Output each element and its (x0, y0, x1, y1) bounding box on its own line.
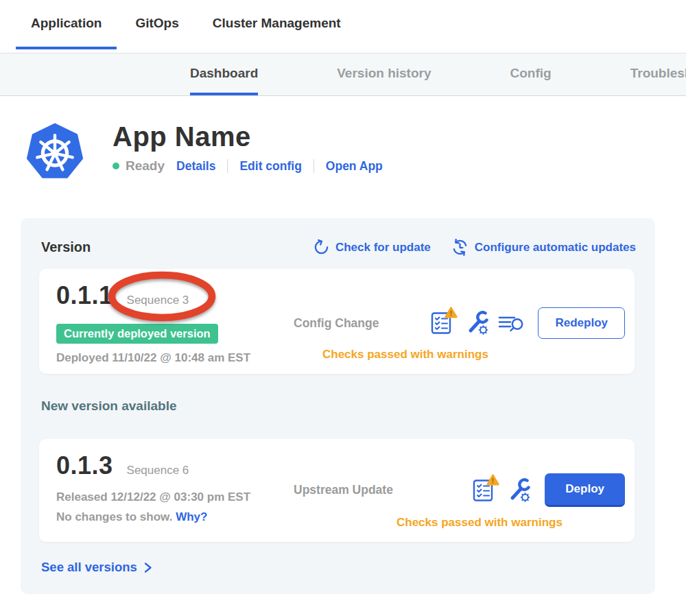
version-card-title: Version (41, 239, 91, 255)
divider (227, 159, 228, 173)
top-nav: Application GitOps Cluster Management (0, 0, 686, 49)
page-title: App Name (113, 121, 383, 152)
open-app-link[interactable]: Open App (326, 159, 383, 174)
new-version-row: 0.1.3 Sequence 6 Released 12/12/22 @ 03:… (39, 439, 635, 542)
edit-config-icon[interactable] (464, 311, 489, 335)
kubernetes-icon (25, 121, 85, 181)
tab-cluster-management[interactable]: Cluster Management (198, 0, 356, 49)
preflight-checks-icon[interactable] (431, 311, 456, 335)
release-source-label: Upstream Update (294, 483, 393, 497)
status-label: Ready (126, 158, 165, 174)
sub-nav: Dashboard Version history Config Trouble… (0, 53, 686, 96)
warning-triangle-icon (445, 307, 458, 318)
tab-version-history[interactable]: Version history (337, 54, 431, 95)
redeploy-button[interactable]: Redeploy (538, 307, 625, 339)
deploy-button[interactable]: Deploy (545, 473, 625, 507)
tab-application[interactable]: Application (16, 0, 117, 49)
divider (314, 159, 314, 173)
preflight-status-text: Checks passed with warnings (397, 516, 625, 530)
currently-deployed-badge: Currently deployed version (56, 324, 218, 344)
file-diff-icon (498, 312, 524, 334)
details-link[interactable]: Details (176, 159, 215, 174)
warning-triangle-icon (486, 474, 499, 486)
schedule-icon (451, 239, 469, 256)
deployed-timestamp: Deployed 11/10/22 @ 10:48 am EST (56, 351, 294, 365)
tab-config[interactable]: Config (510, 54, 552, 95)
current-version-row: 0.1.1 Sequence 3 Currently deployed vers… (39, 269, 635, 374)
release-source-label: Config Change (294, 316, 379, 331)
current-sequence-label: Sequence 3 (127, 294, 189, 307)
current-version-number: 0.1.1 (56, 281, 113, 310)
version-card: Version Check for update Configure autom… (21, 218, 655, 594)
configure-automatic-updates-link[interactable]: Configure automatic updates (451, 239, 636, 256)
configure-automatic-updates-label: Configure automatic updates (475, 241, 636, 254)
tab-troubleshoot[interactable]: Troubleshoot (630, 54, 686, 95)
refresh-icon (314, 239, 329, 255)
edit-config-icon[interactable] (506, 478, 531, 503)
new-sequence-label: Sequence 6 (127, 464, 189, 477)
wrench-gear-icon (506, 478, 531, 503)
preflight-checks-icon[interactable] (473, 478, 497, 503)
no-changes-text: No changes to show. (56, 510, 172, 523)
new-version-heading: New version available (41, 399, 655, 414)
tab-gitops[interactable]: GitOps (120, 0, 193, 49)
why-link[interactable]: Why? (176, 510, 207, 523)
chevron-right-icon (143, 562, 152, 573)
check-for-update-link[interactable]: Check for update (314, 239, 431, 255)
status-dot (113, 163, 119, 169)
see-all-versions-link[interactable]: See all versions (41, 560, 152, 575)
app-header: App Name Ready Details Edit config Open … (25, 121, 383, 181)
preflight-status-text: Checks passed with warnings (322, 348, 625, 362)
released-timestamp: Released 12/12/22 @ 03:30 pm EST (56, 490, 294, 504)
view-files-icon[interactable] (498, 312, 524, 334)
tab-dashboard[interactable]: Dashboard (190, 54, 258, 95)
check-for-update-label: Check for update (335, 241, 431, 254)
new-version-number: 0.1.3 (56, 451, 113, 480)
edit-config-link[interactable]: Edit config (239, 159, 301, 174)
see-all-versions-label: See all versions (41, 560, 137, 575)
wrench-gear-icon (464, 311, 489, 335)
